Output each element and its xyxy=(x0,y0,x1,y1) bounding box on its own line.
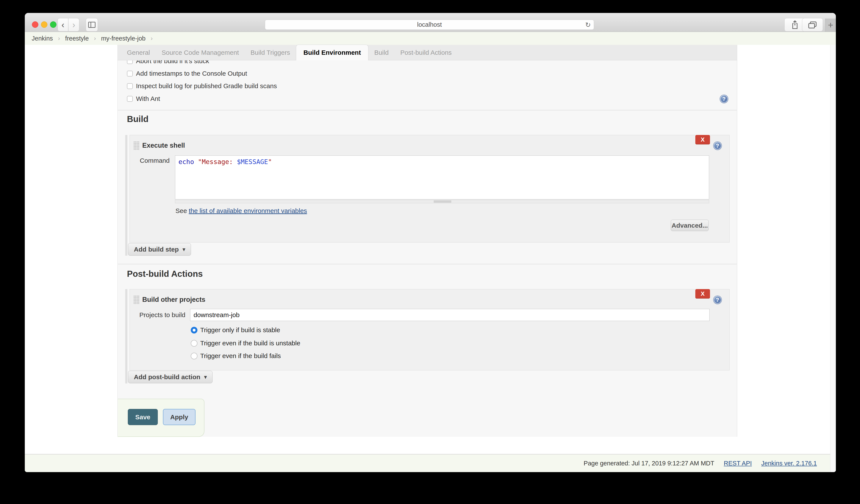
textarea-resize-handle[interactable] xyxy=(175,200,709,203)
back-button[interactable]: ‹ xyxy=(58,18,68,31)
rest-api-link[interactable]: REST API xyxy=(724,460,752,467)
radio-row-fails: Trigger even if the build fails xyxy=(191,352,281,360)
projects-to-build-value: downstream-job xyxy=(194,311,240,319)
zoom-window-button[interactable] xyxy=(50,21,56,28)
radio-row-stable: Trigger only if build is stable xyxy=(191,326,280,334)
address-bar-url: localhost xyxy=(417,21,442,28)
jenkins-version-link[interactable]: Jenkins ver. 2.176.1 xyxy=(761,460,817,467)
build-step-track xyxy=(125,135,127,256)
command-label: Command xyxy=(138,157,170,164)
apply-button[interactable]: Apply xyxy=(163,409,196,425)
checkbox-label[interactable]: Inspect build log for published Gradle b… xyxy=(136,82,277,90)
radio-row-unstable: Trigger even if the build is unstable xyxy=(191,339,300,347)
new-tab-button[interactable]: + xyxy=(825,18,836,32)
section-divider xyxy=(118,110,737,110)
shell-token: $MESSAGE xyxy=(237,158,268,165)
minimize-window-button[interactable] xyxy=(41,21,47,28)
scrollbar[interactable] xyxy=(830,45,836,472)
page-generated-text: Page generated: Jul 17, 2019 9:12:27 AM … xyxy=(584,460,714,467)
with-ant-checkbox[interactable] xyxy=(127,96,133,102)
drag-handle-icon[interactable] xyxy=(133,295,140,304)
add-build-step-label: Add build step xyxy=(134,246,179,253)
checkbox-row-timestamps: Add timestamps to the Console Output xyxy=(127,67,247,80)
execute-shell-step: X ? Execute shell Command echo "Message:… xyxy=(130,135,730,243)
radio-label[interactable]: Trigger only if build is stable xyxy=(200,326,280,334)
sidebar-icon xyxy=(88,22,96,28)
checkbox-row-with-ant: With Ant xyxy=(127,92,160,105)
config-form: Abort the build if it's stuck General So… xyxy=(117,45,737,437)
address-bar[interactable]: localhost ↻ xyxy=(265,19,594,30)
tab-post-build-actions[interactable]: Post-build Actions xyxy=(395,45,457,60)
tab-build-environment[interactable]: Build Environment xyxy=(296,45,369,60)
share-icon xyxy=(791,20,799,30)
breadcrumb-freestyle[interactable]: freestyle xyxy=(65,35,89,42)
chevron-right-icon: › xyxy=(150,35,153,42)
traffic-lights xyxy=(32,21,56,28)
tab-general[interactable]: General xyxy=(121,45,156,60)
build-section-heading: Build xyxy=(127,114,148,124)
section-divider xyxy=(118,264,737,264)
add-post-build-action-button[interactable]: Add post-build action ▾ xyxy=(128,371,213,383)
back-icon: ‹ xyxy=(61,20,64,30)
checkbox-row-gradle-scans: Inspect build log for published Gradle b… xyxy=(127,79,277,93)
chevron-right-icon: › xyxy=(94,35,96,42)
radio-label[interactable]: Trigger even if the build fails xyxy=(200,352,281,360)
close-window-button[interactable] xyxy=(32,21,38,28)
resize-grip-icon xyxy=(434,201,452,203)
projects-to-build-label: Projects to build xyxy=(135,311,185,319)
projects-to-build-input[interactable]: downstream-job xyxy=(190,309,710,321)
post-build-section-heading: Post-build Actions xyxy=(127,269,203,279)
build-other-projects-action: X ? Build other projects Projects to bui… xyxy=(130,289,730,370)
shell-token: " xyxy=(268,158,272,165)
environment-variables-link[interactable]: the list of available environment variab… xyxy=(189,207,307,214)
advanced-button[interactable]: Advanced... xyxy=(671,220,709,231)
shell-command-textarea[interactable]: echo "Message: $MESSAGE" xyxy=(175,155,709,199)
chevron-right-icon: › xyxy=(58,35,60,42)
post-build-action-title: Build other projects xyxy=(142,296,205,303)
question-mark: ? xyxy=(716,297,719,303)
trigger-unstable-radio[interactable] xyxy=(191,340,198,347)
forward-icon: › xyxy=(72,20,75,30)
gradle-scans-checkbox[interactable] xyxy=(127,83,133,89)
timestamps-checkbox[interactable] xyxy=(127,71,133,76)
tab-source-code-management[interactable]: Source Code Management xyxy=(156,45,245,60)
browser-toolbar: ‹ › localhost ↻ + xyxy=(25,13,836,32)
trigger-stable-radio[interactable] xyxy=(191,327,198,333)
question-mark: ? xyxy=(722,96,726,102)
environment-variables-hint: See the list of available environment va… xyxy=(175,207,307,215)
trigger-fails-radio[interactable] xyxy=(191,353,198,359)
config-tab-bar: General Source Code Management Build Tri… xyxy=(118,45,737,60)
help-icon[interactable]: ? xyxy=(714,142,722,150)
sidebar-toggle-button[interactable] xyxy=(86,18,98,31)
delete-build-step-button[interactable]: X xyxy=(695,135,710,144)
tabs-icon xyxy=(807,20,818,29)
bottom-button-panel: Save Apply xyxy=(118,399,204,437)
add-build-step-button[interactable]: Add build step ▾ xyxy=(128,243,191,256)
shell-token: "Message: xyxy=(198,158,237,165)
checkbox-label[interactable]: With Ant xyxy=(136,95,160,102)
see-prefix: See xyxy=(175,207,189,214)
breadcrumb-my-freestyle-job[interactable]: my-freestyle-job xyxy=(101,35,145,42)
shell-token: echo xyxy=(178,158,198,165)
page-body: Abort the build if it's stuck General So… xyxy=(25,45,836,454)
save-button[interactable]: Save xyxy=(128,409,158,425)
question-mark: ? xyxy=(716,143,719,149)
add-post-build-action-label: Add post-build action xyxy=(134,373,200,381)
reload-icon[interactable]: ↻ xyxy=(585,21,591,29)
post-build-track xyxy=(125,289,127,384)
show-tabs-button[interactable] xyxy=(802,18,823,31)
plus-icon: + xyxy=(828,20,833,30)
breadcrumb: Jenkins › freestyle › my-freestyle-job › xyxy=(25,32,836,45)
help-icon[interactable]: ? xyxy=(720,95,728,103)
build-step-title: Execute shell xyxy=(142,142,185,149)
help-icon[interactable]: ? xyxy=(714,296,722,304)
radio-label[interactable]: Trigger even if the build is unstable xyxy=(200,340,300,347)
drag-handle-icon[interactable] xyxy=(133,141,140,150)
tab-build[interactable]: Build xyxy=(368,45,395,60)
delete-post-build-action-button[interactable]: X xyxy=(695,289,710,299)
tab-build-triggers[interactable]: Build Triggers xyxy=(245,45,296,60)
breadcrumb-jenkins[interactable]: Jenkins xyxy=(32,35,53,42)
forward-button[interactable]: › xyxy=(69,18,79,31)
page-footer: Page generated: Jul 17, 2019 9:12:27 AM … xyxy=(25,454,836,472)
checkbox-label[interactable]: Add timestamps to the Console Output xyxy=(136,70,247,77)
